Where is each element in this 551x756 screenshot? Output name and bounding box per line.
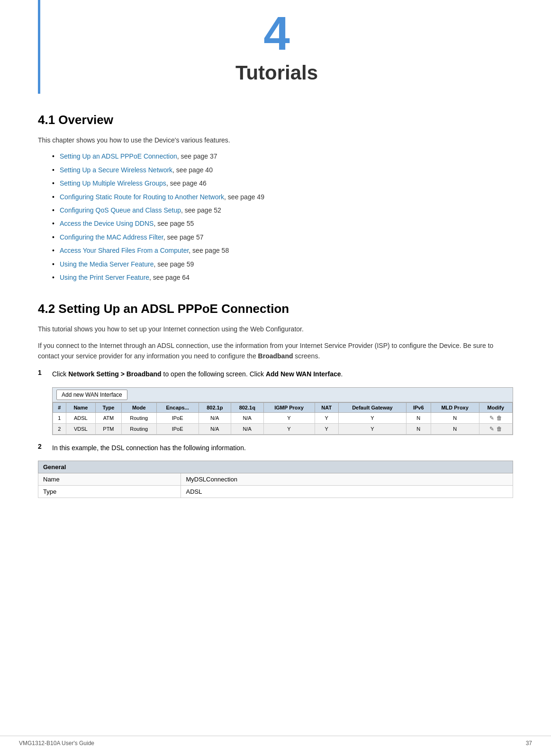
list-item: Access the Device Using DDNS, see page 5…	[52, 218, 513, 229]
add-wan-interface-button[interactable]: Add new WAN Interface	[56, 390, 127, 400]
row1-igmp: Y	[263, 412, 315, 423]
row2-id: 2	[53, 423, 66, 434]
col-nat: NAT	[315, 402, 338, 412]
section-42-para1: This tutorial shows you how to set up yo…	[38, 324, 513, 334]
row2-type: PTM	[96, 423, 122, 434]
list-item: Configuring QoS Queue and Class Setup, s…	[52, 205, 513, 215]
footer-right: 37	[526, 740, 532, 747]
info-table-row: Type ADSL	[38, 486, 513, 498]
list-item: Configuring Static Route for Routing to …	[52, 192, 513, 202]
step-2: 2 In this example, the DSL connection ha…	[38, 443, 513, 453]
edit-icon[interactable]: ✎	[489, 415, 494, 421]
row1-8021q: N/A	[231, 412, 263, 423]
chapter-number: 4	[40, 9, 513, 57]
step1-pre: Click	[52, 370, 68, 378]
row2-gw: Y	[338, 423, 406, 434]
col-modify: Modify	[479, 402, 512, 412]
col-igmp: IGMP Proxy	[263, 402, 315, 412]
section-42-para2: If you connect to the Internet through a…	[38, 340, 513, 362]
edit-icon[interactable]: ✎	[489, 426, 494, 432]
row1-id: 1	[53, 412, 66, 423]
delete-icon[interactable]: 🗑	[497, 415, 502, 421]
list-item: Setting Up Multiple Wireless Groups, see…	[52, 178, 513, 188]
list-item-suffix: , see page 55	[154, 220, 194, 227]
wan-table: # Name Type Mode Encaps... 802.1p 802.1q…	[53, 402, 513, 435]
list-item-suffix: , see page 40	[172, 166, 213, 174]
chapter-right: 4 Tutorials	[40, 0, 513, 94]
row1-encaps: IPoE	[156, 412, 199, 423]
col-8021p: 802.1p	[199, 402, 231, 412]
row2-igmp: Y	[263, 423, 315, 434]
screenshot-toolbar: Add new WAN Interface	[53, 388, 513, 402]
link-media-server[interactable]: Using the Media Server Feature	[60, 260, 154, 268]
row2-name: VDSL	[66, 423, 95, 434]
table-row: 1 ADSL ATM Routing IPoE N/A N/A Y Y Y N …	[53, 412, 513, 423]
list-item-suffix: , see page 52	[181, 206, 221, 214]
list-item: Setting Up a Secure Wireless Network, se…	[52, 165, 513, 175]
info-row1-value: MyDSLConnection	[181, 473, 513, 486]
para2-end: screens.	[293, 352, 320, 360]
step-1: 1 Click Network Setting > Broadband to o…	[38, 369, 513, 379]
list-item-suffix: , see page 37	[177, 152, 217, 160]
step1-bold1: Network Setting > Broadband	[68, 370, 161, 378]
list-item: Access Your Shared Files From a Computer…	[52, 245, 513, 256]
chapter-header-container: 4 Tutorials	[38, 0, 513, 94]
row2-mld: N	[431, 423, 479, 434]
section-42-heading: 4.2 Setting Up an ADSL PPPoE Connection	[38, 302, 513, 316]
footer-left: VMG1312-B10A User's Guide	[19, 740, 94, 747]
section-41-intro: This chapter shows you how to use the De…	[38, 135, 513, 145]
step1-end: .	[341, 370, 343, 378]
link-secure-wireless[interactable]: Setting Up a Secure Wireless Network	[60, 166, 172, 174]
step-2-number: 2	[38, 443, 52, 453]
row1-modify[interactable]: ✎ 🗑	[479, 412, 512, 423]
col-type: Type	[96, 402, 122, 412]
row1-mld: N	[431, 412, 479, 423]
section-41-heading: 4.1 Overview	[38, 113, 513, 127]
link-qos[interactable]: Configuring QoS Queue and Class Setup	[60, 206, 181, 214]
link-print-server[interactable]: Using the Print Server Feature	[60, 274, 149, 281]
info-row1-label: Name	[38, 473, 181, 486]
col-gw: Default Gateway	[338, 402, 406, 412]
col-mode: Mode	[121, 402, 156, 412]
row2-ipv6: N	[406, 423, 431, 434]
list-item-suffix: , see page 59	[154, 260, 194, 268]
list-item: Configuring the MAC Address Filter, see …	[52, 232, 513, 242]
row2-encaps: IPoE	[156, 423, 199, 434]
row2-8021p: N/A	[199, 423, 231, 434]
info-table-header-row: General	[38, 461, 513, 473]
row1-name: ADSL	[66, 412, 95, 423]
step1-mid: to open the following screen. Click	[162, 370, 266, 378]
info-row2-label: Type	[38, 486, 181, 498]
info-table: General Name MyDSLConnection Type ADSL	[38, 461, 513, 498]
row2-8021q: N/A	[231, 423, 263, 434]
delete-icon[interactable]: 🗑	[497, 426, 502, 432]
wan-screenshot: Add new WAN Interface # Name Type Mode E…	[52, 387, 513, 435]
list-item: Setting Up an ADSL PPPoE Connection, see…	[52, 151, 513, 161]
row1-mode: Routing	[121, 412, 156, 423]
info-table-header: General	[38, 461, 513, 473]
link-ddns[interactable]: Access the Device Using DDNS	[60, 220, 154, 227]
step-1-content: Click Network Setting > Broadband to ope…	[52, 369, 513, 379]
info-table-row: Name MyDSLConnection	[38, 473, 513, 486]
info-row2-value: ADSL	[181, 486, 513, 498]
row2-mode: Routing	[121, 423, 156, 434]
row1-nat: Y	[315, 412, 338, 423]
page-footer: VMG1312-B10A User's Guide 37	[0, 736, 551, 747]
link-mac-filter[interactable]: Configuring the MAC Address Filter	[60, 233, 163, 241]
row2-modify[interactable]: ✎ 🗑	[479, 423, 512, 434]
page: 4 Tutorials 4.1 Overview This chapter sh…	[0, 0, 551, 756]
col-name: Name	[66, 402, 95, 412]
step-1-number: 1	[38, 369, 52, 379]
link-multiple-wireless[interactable]: Setting Up Multiple Wireless Groups	[60, 179, 166, 187]
step-2-content: In this example, the DSL connection has …	[52, 443, 513, 453]
link-static-route[interactable]: Configuring Static Route for Routing to …	[60, 193, 224, 201]
list-item-suffix: , see page 64	[149, 274, 190, 281]
list-item-suffix: , see page 49	[224, 193, 264, 201]
col-mld: MLD Proxy	[431, 402, 479, 412]
row1-type: ATM	[96, 412, 122, 423]
row2-nat: Y	[315, 423, 338, 434]
link-shared-files[interactable]: Access Your Shared Files From a Computer	[60, 247, 189, 254]
link-adsl-pppoe[interactable]: Setting Up an ADSL PPPoE Connection	[60, 152, 177, 160]
col-encaps: Encaps...	[156, 402, 199, 412]
col-8021q: 802.1q	[231, 402, 263, 412]
